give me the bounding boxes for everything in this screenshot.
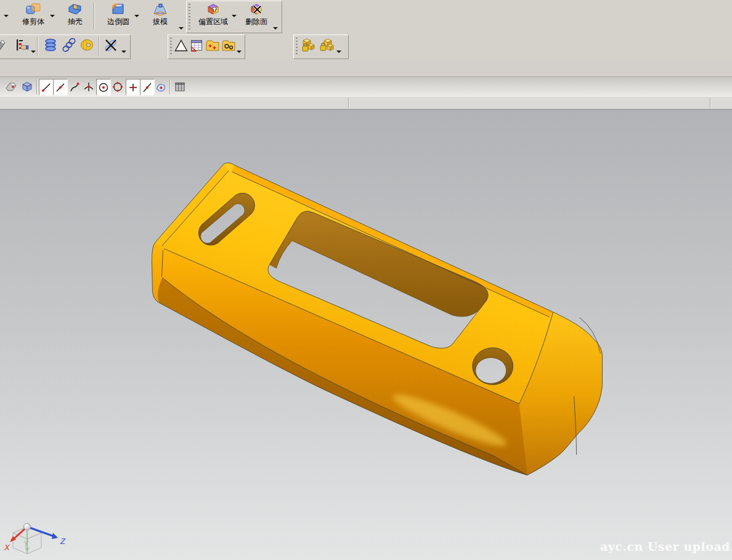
- status-bar: [0, 96, 732, 109]
- z-axis-label: Z: [60, 537, 66, 546]
- offset-region-label: 偏置区域: [198, 18, 228, 26]
- model-3d-part[interactable]: [0, 110, 732, 560]
- point-set-folder-icon: [205, 38, 220, 53]
- no-spring-icon: [103, 37, 119, 54]
- delete-face-button[interactable]: 删除面: [239, 1, 274, 32]
- toolbar-separator: [36, 79, 38, 94]
- toolbar-drag-handle[interactable]: [189, 4, 190, 30]
- snap-cube-icon: [20, 80, 34, 94]
- x-axis-label: X: [4, 543, 10, 552]
- snap-solid-button[interactable]: [4, 79, 18, 94]
- intersection-point-icon: [83, 81, 95, 93]
- curve-set-folder-icon: [221, 38, 236, 53]
- snap-point-on-face-button[interactable]: [154, 79, 168, 94]
- torus-button[interactable]: [78, 36, 96, 55]
- snap-arc-center-button[interactable]: [96, 79, 111, 95]
- spring-button[interactable]: [60, 36, 78, 55]
- trim-body-button[interactable]: 修剪体: [15, 1, 52, 32]
- tools-group-2-dropdown-icon[interactable]: [237, 51, 242, 53]
- wave-linked-body-button[interactable]: [299, 36, 317, 55]
- snap-cube-button[interactable]: [20, 79, 35, 94]
- selection-list-icon: [14, 38, 30, 54]
- existing-point-icon: [127, 81, 139, 94]
- toolbar-dock-gap: [0, 60, 732, 77]
- snap-existing-point-button[interactable]: [126, 79, 140, 95]
- draft-button[interactable]: 拔模: [144, 1, 177, 32]
- cad-application-window: 修剪体 抽壳 边倒圆: [0, 0, 732, 560]
- toolbar-separator: [99, 37, 100, 55]
- grid-table-icon: [174, 81, 186, 93]
- shell-button[interactable]: 抽壳: [60, 1, 91, 32]
- trim-body-label: 修剪体: [22, 18, 44, 26]
- group-overflow-icon[interactable]: [179, 27, 184, 30]
- tools-dropdown-icon[interactable]: [121, 51, 126, 53]
- tools-group-3-dropdown-icon[interactable]: [336, 51, 341, 53]
- delete-face-label: 删除面: [245, 18, 267, 26]
- draft-icon: [152, 2, 168, 17]
- watermark-text: ayc.cn User upload: [600, 540, 730, 553]
- delete-face-icon: [248, 2, 264, 17]
- triad-origin-ball: [24, 524, 31, 530]
- toolbar-separator: [169, 79, 171, 94]
- edge-blend-dropdown-icon[interactable]: [134, 15, 139, 17]
- edge-blend-icon: [110, 2, 126, 17]
- graphics-window[interactable]: Y X Z ayc.cn User upload: [0, 109, 732, 560]
- triangle-icon: [174, 38, 189, 53]
- toolbar-separator: [37, 37, 38, 55]
- snap-quadrant-button[interactable]: [111, 79, 124, 94]
- mid-point-icon: [54, 81, 67, 94]
- torus-icon: [79, 37, 95, 54]
- trim-body-icon: [25, 2, 41, 17]
- triangle-button[interactable]: [173, 37, 189, 54]
- toolbar-separator: [94, 2, 95, 30]
- toolbar-snap-points: [0, 77, 732, 96]
- snap-solid-icon: [4, 80, 18, 94]
- point-set-folder-button[interactable]: [205, 37, 221, 54]
- status-bar-divider: [710, 97, 711, 108]
- selection-list-button[interactable]: [14, 37, 31, 54]
- toolbar-overflow-icon[interactable]: [4, 15, 9, 17]
- view-triad[interactable]: Y X Z: [1, 508, 74, 559]
- offset-region-button[interactable]: 偏置区域: [192, 1, 234, 32]
- snap-mid-point-button[interactable]: [53, 79, 68, 95]
- group-overflow-icon-2[interactable]: [273, 27, 278, 30]
- toolbar-features: 修剪体 抽壳 边倒圆: [0, 0, 732, 33]
- no-spring-button[interactable]: [102, 36, 120, 55]
- toolbar-tools: [0, 33, 732, 60]
- wave-linked-mirror-button[interactable]: [318, 36, 335, 55]
- snap-intersection-button[interactable]: [82, 79, 96, 94]
- end-point-icon: [40, 81, 52, 94]
- edge-blend-label: 边倒圆: [107, 18, 129, 26]
- spreadsheet-icon: [189, 38, 204, 53]
- draft-label: 拔模: [153, 18, 168, 26]
- y-axis-label: Y: [23, 540, 29, 548]
- grid-table-button[interactable]: [173, 79, 187, 94]
- toolbar-drag-handle[interactable]: [170, 38, 172, 56]
- point-on-curve-icon: [141, 81, 153, 94]
- wave-linked-body-icon: [300, 37, 316, 54]
- arc-center-icon: [97, 81, 110, 94]
- shell-label: 抽壳: [68, 18, 83, 26]
- offset-region-dropdown-icon[interactable]: [232, 15, 237, 17]
- offset-region-icon: [205, 2, 221, 17]
- blade-icon: [0, 38, 7, 54]
- edge-blend-button[interactable]: 边倒圆: [99, 1, 138, 32]
- spring-icon: [61, 37, 77, 54]
- snap-control-point-button[interactable]: [68, 79, 81, 94]
- helix-button[interactable]: [42, 36, 59, 55]
- control-point-icon: [68, 81, 81, 93]
- shell-icon: [67, 2, 83, 17]
- selection-dropdown-icon[interactable]: [31, 51, 36, 53]
- snap-point-on-curve-button[interactable]: [140, 79, 155, 95]
- curve-set-folder-button[interactable]: [221, 37, 237, 54]
- point-on-face-icon: [155, 81, 167, 93]
- spreadsheet-button[interactable]: [189, 37, 205, 54]
- status-bar-divider: [348, 97, 349, 108]
- helix-icon: [43, 37, 59, 54]
- quadrant-point-icon: [112, 81, 124, 93]
- snap-end-point-button[interactable]: [39, 79, 54, 95]
- blade-tool-button[interactable]: [0, 37, 7, 54]
- toolbar-drag-handle[interactable]: [296, 38, 298, 56]
- trim-body-dropdown-icon[interactable]: [50, 15, 55, 17]
- wave-linked-mirror-icon: [319, 37, 335, 54]
